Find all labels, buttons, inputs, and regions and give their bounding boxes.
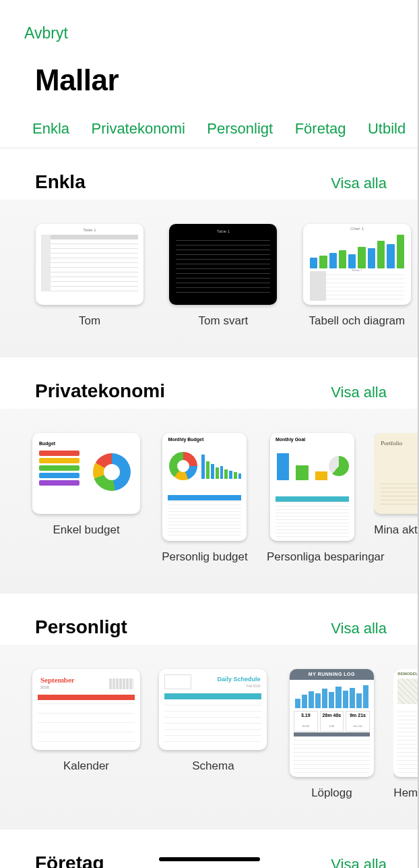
section-header: Företag Visa alla [0,830,419,868]
section-personligt: Personligt Visa alla September 2020 Kale… [0,594,419,830]
section-privatekonomi: Privatekonomi Visa alla Budget Enkel bud [0,357,419,594]
template-label: Enkel budget [32,523,140,548]
tab-personligt[interactable]: Personligt [207,119,273,139]
template-strip[interactable]: September 2020 Kalender Daily Schedule F… [0,645,419,830]
template-tom[interactable]: Table 1 Tom [32,224,147,339]
mini-calendar-icon [109,678,133,689]
template-label: Tom [32,314,147,339]
donut-chart-icon [93,453,131,491]
template-chooser-screen: Avbryt Mallar Enkla Privatekonomi Person… [0,0,419,868]
template-thumbnail: Budget [32,433,140,514]
template-thumbnail: MY RUNNING LOG 3.1931.83 28m 40s4.35 9m … [290,669,374,777]
template-label: Schema [159,759,267,784]
thumb-month: September [40,676,75,684]
template-tabell-diagram[interactable]: Chart 1 Table 1 Tabell och diagram [300,224,414,339]
template-thumbnail: Table 1 [36,224,143,305]
template-label: Tom svart [166,314,280,339]
section-foretag: Företag Visa alla [0,830,419,868]
section-title: Företag [35,852,104,868]
section-title: Enkla [35,171,86,193]
template-loplogg[interactable]: MY RUNNING LOG 3.1931.83 28m 40s4.35 9m … [286,669,377,811]
thumb-stats: 3.1931.83 28m 40s4.35 9m 21s6m 54s [294,711,370,732]
page-title: Mallar [35,63,119,97]
template-label: Tabell och diagram [300,314,414,339]
section-title: Privatekonomi [35,380,165,402]
thumb-caption: Chart 1 [303,227,411,231]
home-indicator[interactable] [159,857,260,861]
thumb-caption: Budget [39,441,55,446]
section-header: Privatekonomi Visa alla [0,357,419,409]
template-thumbnail: Table 1 [169,224,277,305]
template-thumbnail: Chart 1 Table 1 [303,224,411,305]
tab-foretag[interactable]: Företag [295,119,346,139]
sketch-icon [397,678,419,704]
template-label: Hemren [393,786,419,811]
sections-scroll[interactable]: Enkla Visa alla Table 1 Tom Table 1 [0,148,419,868]
show-all-button[interactable]: Visa alla [331,384,387,401]
template-mina-aktier[interactable]: Portfolio $710,41.20 Mina akt [374,433,419,548]
section-enkla: Enkla Visa alla Table 1 Tom Table 1 [0,148,419,357]
tab-enkla[interactable]: Enkla [32,119,69,139]
template-kalender[interactable]: September 2020 Kalender [32,669,140,784]
thumb-caption: Monthly Goal [276,437,305,442]
section-title: Personligt [35,616,127,638]
show-all-button[interactable]: Visa alla [331,856,387,868]
template-personliga-besparingar[interactable]: Monthly Goal Personliga besparingar [267,433,358,575]
template-thumbnail: Monthly Goal [270,433,354,541]
template-strip[interactable]: Table 1 Tom Table 1 Tom svart Chart 1 [0,200,419,357]
thumb-caption: Daily Schedule [217,676,260,683]
thumb-caption: Portfolio [381,440,402,446]
thumb-caption: REMODEL · PROJECT BUD [397,672,419,676]
section-header: Personligt Visa alla [0,594,419,645]
thumb-caption: Table 1 [36,228,143,232]
template-label: Kalender [32,759,140,784]
thumb-banner: MY RUNNING LOG [290,669,374,680]
template-tom-svart[interactable]: Table 1 Tom svart [166,224,280,339]
donut-chart-icon [169,452,197,480]
thumb-year: 2020 [40,685,49,689]
template-enkel-budget[interactable]: Budget Enkel budget [32,433,140,548]
template-hemrenovering[interactable]: REMODEL · PROJECT BUD Hemren [393,669,419,811]
cancel-button[interactable]: Avbryt [24,24,68,42]
template-thumbnail: Daily Schedule Fall 2020 [159,669,267,750]
template-thumbnail: REMODEL · PROJECT BUD [393,669,419,777]
thumb-caption: Table 1 [169,229,277,233]
template-schema[interactable]: Daily Schedule Fall 2020 Schema [159,669,267,784]
template-strip[interactable]: Budget Enkel budget Monthly Budget [0,409,419,594]
template-label: Personliga besparingar [267,550,358,575]
show-all-button[interactable]: Visa alla [331,175,387,192]
tab-privatekonomi[interactable]: Privatekonomi [92,119,185,139]
template-thumbnail: Portfolio $710,41.20 [374,433,419,514]
show-all-button[interactable]: Visa alla [331,620,387,637]
thumb-subcaption: Fall 2020 [247,684,261,688]
template-thumbnail: Monthly Budget [162,433,247,541]
template-label: Löplogg [286,786,377,811]
pie-chart-icon [329,456,349,476]
section-header: Enkla Visa alla [0,148,419,200]
category-tabbar[interactable]: Enkla Privatekonomi Personligt Företag U… [0,119,419,148]
template-personlig-budget[interactable]: Monthly Budget Personlig budget [159,433,250,575]
template-label: Mina akt [374,523,419,548]
tab-utbildning[interactable]: Utbild [368,119,406,139]
thumb-caption: Monthly Budget [168,437,203,442]
template-thumbnail: September 2020 [32,669,140,750]
template-label: Personlig budget [159,550,250,575]
